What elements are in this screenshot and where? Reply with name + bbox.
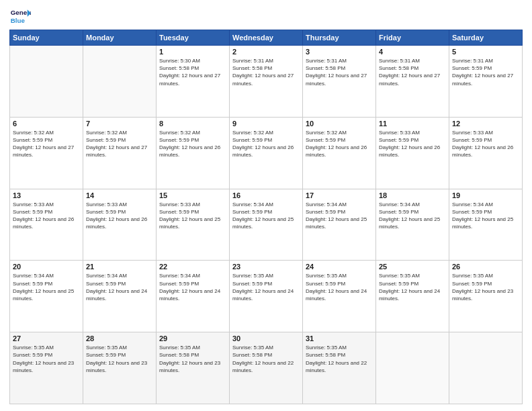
calendar-cell: 30Sunrise: 5:35 AMSunset: 5:58 PMDayligh… [230,332,303,404]
calendar-header-row: SundayMondayTuesdayWednesdayThursdayFrid… [10,30,523,46]
day-header-tuesday: Tuesday [157,30,230,46]
cell-info: Sunrise: 5:35 AMSunset: 5:58 PMDaylight:… [306,344,373,374]
cell-info: Sunrise: 5:34 AMSunset: 5:59 PMDaylight:… [159,272,226,302]
calendar-cell: 11Sunrise: 5:33 AMSunset: 5:59 PMDayligh… [376,117,449,189]
day-number: 24 [306,263,373,271]
day-number: 23 [232,263,300,271]
day-number: 31 [306,334,373,342]
day-number: 26 [452,263,519,271]
day-header-thursday: Thursday [303,30,376,46]
day-number: 15 [159,191,226,199]
page: General Blue SundayMondayTuesdayWednesda… [0,0,532,411]
cell-info: Sunrise: 5:31 AMSunset: 5:58 PMDaylight:… [306,57,373,87]
cell-info: Sunrise: 5:32 AMSunset: 5:59 PMDaylight:… [13,129,80,159]
calendar-cell: 25Sunrise: 5:35 AMSunset: 5:59 PMDayligh… [376,261,449,332]
calendar-week-2: 13Sunrise: 5:33 AMSunset: 5:59 PMDayligh… [10,189,523,261]
calendar-week-4: 27Sunrise: 5:35 AMSunset: 5:59 PMDayligh… [10,332,523,404]
day-number: 10 [306,120,373,128]
svg-text:Blue: Blue [11,17,26,24]
calendar-cell: 31Sunrise: 5:35 AMSunset: 5:58 PMDayligh… [303,332,376,404]
calendar-cell: 13Sunrise: 5:33 AMSunset: 5:59 PMDayligh… [10,189,83,261]
calendar-cell: 24Sunrise: 5:35 AMSunset: 5:59 PMDayligh… [303,261,376,332]
day-number: 22 [159,263,226,271]
cell-info: Sunrise: 5:35 AMSunset: 5:58 PMDaylight:… [159,344,226,374]
logo-icon: General Blue [9,7,31,26]
cell-info: Sunrise: 5:33 AMSunset: 5:59 PMDaylight:… [13,201,80,231]
cell-info: Sunrise: 5:32 AMSunset: 5:59 PMDaylight:… [159,129,226,159]
cell-info: Sunrise: 5:31 AMSunset: 5:58 PMDaylight:… [232,57,300,87]
calendar-cell: 10Sunrise: 5:32 AMSunset: 5:59 PMDayligh… [303,117,376,189]
cell-info: Sunrise: 5:32 AMSunset: 5:59 PMDaylight:… [306,129,373,159]
day-number: 6 [13,120,80,128]
calendar-cell: 14Sunrise: 5:33 AMSunset: 5:59 PMDayligh… [83,189,157,261]
day-number: 18 [379,191,446,199]
calendar-cell: 21Sunrise: 5:34 AMSunset: 5:59 PMDayligh… [83,261,157,332]
day-number: 12 [452,120,519,128]
cell-info: Sunrise: 5:32 AMSunset: 5:59 PMDaylight:… [86,129,153,159]
calendar-cell [10,46,83,118]
cell-info: Sunrise: 5:34 AMSunset: 5:59 PMDaylight:… [452,201,519,231]
day-header-monday: Monday [83,30,157,46]
day-number: 13 [13,191,80,199]
calendar-cell: 2Sunrise: 5:31 AMSunset: 5:58 PMDaylight… [230,46,303,118]
day-number: 28 [86,334,153,342]
day-number: 7 [86,120,153,128]
day-number: 21 [86,263,153,271]
calendar-cell: 23Sunrise: 5:35 AMSunset: 5:59 PMDayligh… [230,261,303,332]
cell-info: Sunrise: 5:34 AMSunset: 5:59 PMDaylight:… [379,201,446,231]
calendar-week-0: 1Sunrise: 5:30 AMSunset: 5:58 PMDaylight… [10,46,523,118]
calendar-cell: 9Sunrise: 5:32 AMSunset: 5:59 PMDaylight… [230,117,303,189]
calendar-week-3: 20Sunrise: 5:34 AMSunset: 5:59 PMDayligh… [10,261,523,332]
day-number: 19 [452,191,519,199]
calendar-cell: 8Sunrise: 5:32 AMSunset: 5:59 PMDaylight… [157,117,230,189]
day-number: 8 [159,120,226,128]
cell-info: Sunrise: 5:33 AMSunset: 5:59 PMDaylight:… [159,201,226,231]
calendar-cell: 29Sunrise: 5:35 AMSunset: 5:58 PMDayligh… [157,332,230,404]
cell-info: Sunrise: 5:34 AMSunset: 5:59 PMDaylight:… [86,272,153,302]
calendar-cell: 12Sunrise: 5:33 AMSunset: 5:59 PMDayligh… [449,117,523,189]
calendar-cell: 19Sunrise: 5:34 AMSunset: 5:59 PMDayligh… [449,189,523,261]
calendar-cell: 1Sunrise: 5:30 AMSunset: 5:58 PMDaylight… [157,46,230,118]
day-header-wednesday: Wednesday [230,30,303,46]
cell-info: Sunrise: 5:35 AMSunset: 5:59 PMDaylight:… [452,272,519,302]
header: General Blue [9,7,523,26]
calendar-cell: 7Sunrise: 5:32 AMSunset: 5:59 PMDaylight… [83,117,157,189]
cell-info: Sunrise: 5:31 AMSunset: 5:59 PMDaylight:… [452,57,519,87]
cell-info: Sunrise: 5:34 AMSunset: 5:59 PMDaylight:… [306,201,373,231]
calendar-cell: 27Sunrise: 5:35 AMSunset: 5:59 PMDayligh… [10,332,83,404]
calendar-cell: 18Sunrise: 5:34 AMSunset: 5:59 PMDayligh… [376,189,449,261]
day-number: 17 [306,191,373,199]
day-number: 5 [452,48,519,56]
day-number: 25 [379,263,446,271]
calendar-table: SundayMondayTuesdayWednesdayThursdayFrid… [9,30,523,404]
calendar-cell: 20Sunrise: 5:34 AMSunset: 5:59 PMDayligh… [10,261,83,332]
calendar-cell [83,46,157,118]
cell-info: Sunrise: 5:35 AMSunset: 5:59 PMDaylight:… [13,344,80,374]
day-number: 2 [232,48,300,56]
day-number: 30 [232,334,300,342]
day-number: 11 [379,120,446,128]
logo: General Blue [9,7,31,26]
calendar-cell: 28Sunrise: 5:35 AMSunset: 5:59 PMDayligh… [83,332,157,404]
day-number: 14 [86,191,153,199]
cell-info: Sunrise: 5:35 AMSunset: 5:59 PMDaylight:… [379,272,446,302]
cell-info: Sunrise: 5:34 AMSunset: 5:59 PMDaylight:… [232,201,300,231]
cell-info: Sunrise: 5:35 AMSunset: 5:58 PMDaylight:… [232,344,300,374]
cell-info: Sunrise: 5:33 AMSunset: 5:59 PMDaylight:… [452,129,519,159]
calendar-cell [376,332,449,404]
calendar-week-1: 6Sunrise: 5:32 AMSunset: 5:59 PMDaylight… [10,117,523,189]
cell-info: Sunrise: 5:35 AMSunset: 5:59 PMDaylight:… [86,344,153,374]
calendar-cell: 17Sunrise: 5:34 AMSunset: 5:59 PMDayligh… [303,189,376,261]
cell-info: Sunrise: 5:33 AMSunset: 5:59 PMDaylight:… [86,201,153,231]
cell-info: Sunrise: 5:35 AMSunset: 5:59 PMDaylight:… [306,272,373,302]
day-number: 16 [232,191,300,199]
calendar-cell: 15Sunrise: 5:33 AMSunset: 5:59 PMDayligh… [157,189,230,261]
calendar-cell: 16Sunrise: 5:34 AMSunset: 5:59 PMDayligh… [230,189,303,261]
cell-info: Sunrise: 5:31 AMSunset: 5:58 PMDaylight:… [379,57,446,87]
calendar-cell: 5Sunrise: 5:31 AMSunset: 5:59 PMDaylight… [449,46,523,118]
calendar-cell: 6Sunrise: 5:32 AMSunset: 5:59 PMDaylight… [10,117,83,189]
day-header-friday: Friday [376,30,449,46]
day-header-saturday: Saturday [449,30,523,46]
day-number: 4 [379,48,446,56]
calendar-cell [449,332,523,404]
